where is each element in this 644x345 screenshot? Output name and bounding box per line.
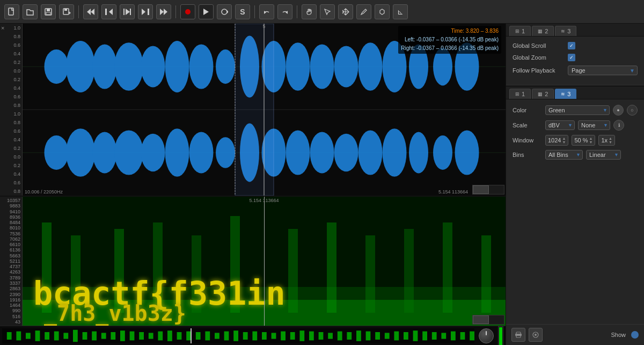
window-multiplier-stepper[interactable]: 1x ▲▼ [598, 135, 615, 146]
svg-rect-123 [375, 332, 380, 340]
spectro-scrollbar[interactable] [472, 315, 504, 325]
forward-end-button[interactable] [156, 4, 171, 19]
global-scroll-checkbox[interactable]: ✓ [568, 42, 575, 49]
svg-rect-14 [148, 9, 149, 15]
svg-point-138 [535, 334, 537, 336]
svg-rect-110 [252, 331, 257, 340]
svg-point-61 [433, 135, 452, 170]
window-percent: 50 % [574, 137, 588, 143]
redo-button[interactable] [277, 4, 292, 19]
global-zoom-row: Global Zoom ✓ [513, 54, 638, 61]
undo-button[interactable] [259, 4, 274, 19]
svg-point-34 [216, 49, 235, 84]
color-preview-1[interactable]: ● [613, 105, 624, 116]
svg-rect-93 [92, 331, 97, 340]
fast-forward-button[interactable] [138, 4, 153, 19]
right-panel: ⊞ 1 ▦ 2 ≋ 3 Global Scroll ✓ [506, 24, 644, 345]
svg-rect-89 [54, 331, 59, 340]
scale-info-btn[interactable]: ℹ [613, 120, 624, 131]
bins-dropdown-2[interactable]: Linear ▼ [586, 150, 621, 160]
svg-rect-124 [385, 333, 390, 339]
compass-button[interactable]: ⊾ [393, 4, 408, 19]
waveform-position: 5.154 113664 [438, 189, 468, 195]
svg-rect-115 [299, 330, 304, 341]
new-button[interactable] [4, 4, 19, 19]
stamp-button[interactable] [375, 4, 390, 19]
hand-tool-button[interactable] [302, 4, 317, 19]
scroll-thumb[interactable] [473, 185, 489, 194]
record-button[interactable] [180, 4, 195, 19]
spectro-icon-btn-1[interactable] [511, 328, 525, 342]
svg-rect-98 [139, 332, 144, 340]
volume-knob[interactable] [479, 328, 494, 343]
waveform-close-button[interactable]: × [1, 25, 4, 31]
save-button[interactable] [41, 4, 56, 19]
s-button[interactable]: S [235, 4, 250, 19]
follow-playback-label: Follow Playback [513, 67, 564, 74]
svg-rect-126 [404, 332, 408, 340]
svg-marker-7 [87, 9, 91, 15]
move-tool-button[interactable] [338, 4, 353, 19]
save-as-button[interactable] [59, 4, 74, 19]
svg-rect-116 [309, 331, 314, 340]
bottom-tab-2[interactable]: ▦ 2 [532, 89, 554, 99]
waveform-status: 10.006 / 22050Hz [25, 189, 63, 195]
window-label: Window [513, 137, 542, 143]
svg-point-46 [66, 128, 95, 177]
separator-4 [297, 5, 297, 18]
svg-rect-118 [328, 333, 333, 339]
mini-scrollbar[interactable] [472, 185, 504, 195]
global-zoom-label: Global Zoom [513, 54, 564, 61]
select-tool-button[interactable] [320, 4, 335, 19]
follow-playback-dropdown[interactable]: Page ▼ [568, 66, 638, 75]
svg-rect-131 [451, 331, 456, 340]
rewind-start-button[interactable] [83, 4, 98, 19]
pencil-tool-button[interactable] [356, 4, 371, 19]
waveform-y-axis: 1.0 0.8 0.6 0.4 0.2 0.0 0.2 0.4 0.6 0.8 … [0, 24, 23, 196]
bins-dropdown-1[interactable]: All Bins ▼ [545, 150, 583, 160]
bottom-tab-3[interactable]: ≋ 3 [555, 89, 576, 99]
svg-marker-18 [227, 10, 228, 13]
svg-rect-3 [46, 12, 50, 15]
svg-marker-6 [91, 9, 94, 15]
svg-rect-104 [196, 332, 201, 340]
show-toggle[interactable] [631, 331, 639, 339]
svg-rect-94 [101, 333, 106, 339]
global-zoom-checkbox[interactable]: ✓ [568, 54, 575, 61]
play-button[interactable] [199, 4, 214, 19]
svg-rect-63 [235, 24, 274, 196]
top-tab-1[interactable]: ⊞ 1 [509, 26, 531, 36]
scale-dropdown-1[interactable]: dBV ▼ [545, 120, 575, 130]
global-settings: Global Scroll ✓ Global Zoom ✓ Follow Pla… [506, 37, 644, 85]
svg-point-27 [45, 49, 69, 84]
spectro-icon-btn-2[interactable] [529, 328, 543, 342]
follow-playback-row: Follow Playback Page ▼ [513, 66, 638, 75]
open-button[interactable] [23, 4, 38, 19]
svg-point-57 [334, 134, 358, 171]
color-dropdown[interactable]: Green ▼ [545, 105, 610, 115]
top-tab-2[interactable]: ▦ 2 [532, 26, 554, 36]
play-pause-button[interactable] [120, 4, 135, 19]
color-preview-2[interactable]: ○ [627, 105, 638, 116]
spectro-canvas-area[interactable]: bcactf{f331in _7h3_v1b3z} 5.154 113664 [23, 197, 506, 326]
loop-button[interactable] [217, 4, 232, 19]
window-percent-stepper[interactable]: 50 % ▲▼ [572, 135, 595, 146]
waveform-canvas-area[interactable]: 5 Time: 3.820 – 3.836 Left: -0.0367 – 0.… [23, 24, 506, 196]
mini-waveform[interactable] [2, 328, 474, 343]
svg-marker-11 [126, 9, 130, 15]
spectrogram-panel: × 10357 9883 9410 8936 8484 8010 7536 70… [0, 197, 506, 326]
svg-rect-121 [356, 330, 361, 341]
svg-rect-95 [111, 332, 115, 340]
spectro-scroll-thumb[interactable] [473, 315, 489, 324]
scale-dropdown-2[interactable]: None ▼ [578, 120, 610, 130]
svg-rect-100 [158, 331, 163, 340]
window-stepper[interactable]: 1024 ▲▼ [545, 135, 568, 146]
top-tab-3[interactable]: ≋ 3 [555, 26, 576, 36]
svg-rect-2 [47, 9, 50, 11]
time-range: Time: 3.820 – 3.836 [401, 27, 499, 35]
svg-point-56 [310, 132, 334, 174]
svg-rect-86 [26, 333, 31, 339]
bottom-tab-1[interactable]: ⊞ 1 [509, 89, 531, 99]
svg-point-39 [334, 46, 358, 88]
rewind-button[interactable] [101, 4, 116, 19]
